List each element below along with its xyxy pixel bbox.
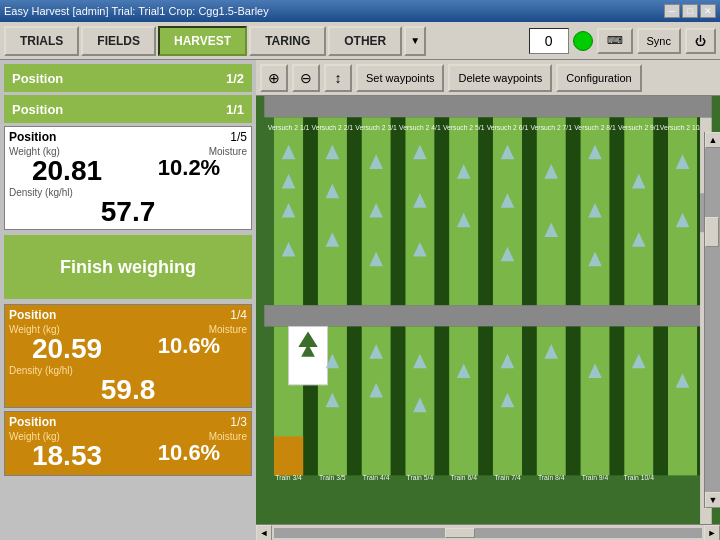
svg-text:Train 7/4: Train 7/4 xyxy=(494,474,521,481)
main-content: Position 1/2 Position 1/1 Position 1/5 W… xyxy=(0,60,720,540)
wb2-moisture-value: 10.6% xyxy=(131,335,247,357)
power-button[interactable]: ⏻ xyxy=(685,28,716,54)
svg-rect-8 xyxy=(449,117,478,305)
maximize-button[interactable]: □ xyxy=(682,4,698,18)
svg-text:Train 8/4: Train 8/4 xyxy=(538,474,565,481)
svg-text:Versuch 2 7/1: Versuch 2 7/1 xyxy=(530,124,572,131)
nav-taring-button[interactable]: TARING xyxy=(249,26,326,56)
svg-rect-35 xyxy=(347,327,362,476)
svg-text:Versuch 2 6/1: Versuch 2 6/1 xyxy=(487,124,529,131)
svg-rect-15 xyxy=(347,117,362,305)
finish-weighing-button[interactable]: Finish weighing xyxy=(4,235,252,299)
svg-text:Versuch 2 3/1: Versuch 2 3/1 xyxy=(355,124,397,131)
weight-box-1: Position 1/5 Weight (kg) 20.81 Moisture … xyxy=(4,126,252,230)
scrollbar-track xyxy=(274,528,702,538)
svg-rect-22 xyxy=(653,117,668,305)
svg-rect-17 xyxy=(435,117,450,305)
nav-bar: TRIALS FIELDS HARVEST TARING OTHER ▼ 0 ⌨… xyxy=(0,22,720,60)
weight-box-3: Position 1/3 Weight (kg) 18.53 Moisture … xyxy=(4,411,252,476)
left-panel: Position 1/2 Position 1/1 Position 1/5 W… xyxy=(0,60,256,540)
scrollbar-thumb[interactable] xyxy=(445,528,475,538)
weight-box-2: Position 1/4 Weight (kg) 20.59 Moisture … xyxy=(4,304,252,408)
scroll-right-button[interactable]: ► xyxy=(704,525,720,541)
zoom-in-button[interactable]: ⊕ xyxy=(260,64,288,92)
wb2-pos-value: 1/4 xyxy=(230,308,247,322)
map-toolbar: ⊕ ⊖ ↕ Set waypoints Delete waypoints Con… xyxy=(256,60,720,96)
nav-dropdown-button[interactable]: ▼ xyxy=(404,26,426,56)
svg-text:Versuch 2 1/1: Versuch 2 1/1 xyxy=(268,124,310,131)
svg-text:Versuch 2 9/1: Versuch 2 9/1 xyxy=(618,124,660,131)
nav-other-button[interactable]: OTHER xyxy=(328,26,402,56)
scroll-up-button[interactable]: ▲ xyxy=(705,132,720,148)
wb1-pos-label: Position xyxy=(9,130,56,144)
svg-text:Versuch 2 8/1: Versuch 2 8/1 xyxy=(574,124,616,131)
position-label-1: Position xyxy=(12,71,63,86)
svg-rect-2 xyxy=(264,305,711,326)
svg-rect-1 xyxy=(264,96,711,117)
scroll-left-button[interactable]: ◄ xyxy=(256,525,272,541)
wb2-pos-label: Position xyxy=(9,308,56,322)
title-text: Easy Harvest [admin] Trial: Trial1 Crop:… xyxy=(4,5,269,17)
status-indicator xyxy=(573,31,593,51)
position-label-2: Position xyxy=(12,102,63,117)
vertical-scrollbar[interactable]: ▲ ▼ xyxy=(704,132,720,508)
svg-rect-37 xyxy=(435,327,450,476)
svg-rect-36 xyxy=(391,327,406,476)
horizontal-scrollbar[interactable]: ◄ ► xyxy=(256,524,720,540)
svg-rect-3 xyxy=(264,475,711,524)
sync-button[interactable]: Sync xyxy=(637,28,681,54)
svg-text:Train 9/4: Train 9/4 xyxy=(582,474,609,481)
svg-rect-10 xyxy=(537,117,566,305)
svg-rect-31 xyxy=(580,327,609,476)
wb1-moisture-value: 10.2% xyxy=(131,157,247,179)
keyboard-button[interactable]: ⌨ xyxy=(597,28,633,54)
nav-trials-button[interactable]: TRIALS xyxy=(4,26,79,56)
title-bar: Easy Harvest [admin] Trial: Trial1 Crop:… xyxy=(0,0,720,22)
nav-fields-button[interactable]: FIELDS xyxy=(81,26,156,56)
field-map: Versuch 2 1/1 Versuch 2 2/1 Versuch 2 3/… xyxy=(256,96,720,524)
wb3-moisture-value: 10.6% xyxy=(131,442,247,464)
wb3-weight-value: 18.53 xyxy=(9,442,125,470)
position-value-2: 1/1 xyxy=(226,102,244,117)
nav-harvest-button[interactable]: HARVEST xyxy=(158,26,247,56)
position-bar-2: Position 1/1 xyxy=(4,95,252,123)
svg-text:Train 4/4: Train 4/4 xyxy=(363,474,390,481)
position-bar-1: Position 1/2 xyxy=(4,64,252,92)
delete-waypoints-button[interactable]: Delete waypoints xyxy=(448,64,552,92)
svg-rect-28 xyxy=(449,327,478,476)
svg-text:Train 5/4: Train 5/4 xyxy=(407,474,434,481)
svg-text:Versuch 2 10/1: Versuch 2 10/1 xyxy=(660,124,706,131)
svg-rect-19 xyxy=(522,117,537,305)
svg-text:Versuch 2 5/1: Versuch 2 5/1 xyxy=(443,124,485,131)
svg-rect-12 xyxy=(624,117,653,305)
svg-rect-14 xyxy=(303,117,318,305)
wb2-weight-value: 20.59 xyxy=(9,335,125,363)
position-value-1: 1/2 xyxy=(226,71,244,86)
zoom-out-button[interactable]: ⊖ xyxy=(292,64,320,92)
svg-text:Train 10/4: Train 10/4 xyxy=(624,474,655,481)
wb3-pos-value: 1/3 xyxy=(230,415,247,429)
svg-rect-42 xyxy=(653,327,668,476)
svg-rect-40 xyxy=(566,327,581,476)
wb1-density-value: 57.7 xyxy=(9,198,247,226)
svg-text:Train 3/5: Train 3/5 xyxy=(319,474,346,481)
set-waypoints-button[interactable]: Set waypoints xyxy=(356,64,444,92)
svg-rect-32 xyxy=(624,327,653,476)
wb1-weight-value: 20.81 xyxy=(9,157,125,185)
configuration-button[interactable]: Configuration xyxy=(556,64,641,92)
svg-rect-74 xyxy=(274,436,303,475)
arrow-button[interactable]: ↕ xyxy=(324,64,352,92)
scroll-down-button[interactable]: ▼ xyxy=(705,492,720,508)
svg-rect-16 xyxy=(391,117,406,305)
svg-text:Versuch 2 4/1: Versuch 2 4/1 xyxy=(399,124,441,131)
wb2-density-value: 59.8 xyxy=(9,376,247,404)
svg-rect-18 xyxy=(478,117,493,305)
minimize-button[interactable]: ─ xyxy=(664,4,680,18)
svg-rect-20 xyxy=(566,117,581,305)
map-area[interactable]: Versuch 2 1/1 Versuch 2 2/1 Versuch 2 3/… xyxy=(256,96,720,524)
svg-text:Train 6/4: Train 6/4 xyxy=(450,474,477,481)
svg-rect-13 xyxy=(668,117,697,305)
wb1-pos-value: 1/5 xyxy=(230,130,247,144)
nav-counter: 0 xyxy=(529,28,569,54)
close-button[interactable]: ✕ xyxy=(700,4,716,18)
